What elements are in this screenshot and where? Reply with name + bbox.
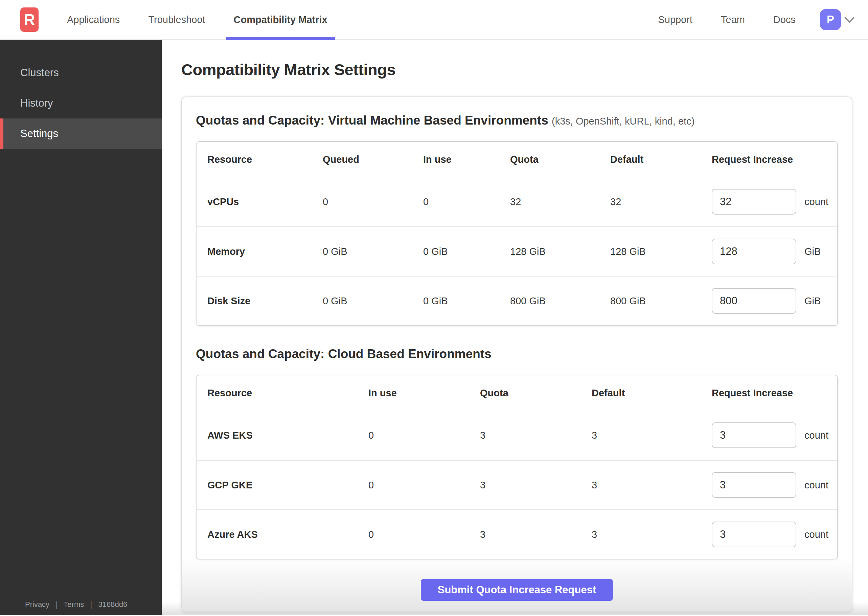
nav-item-applications[interactable]: Applications <box>67 0 120 39</box>
col-quota: Quota <box>480 388 592 399</box>
cloud-quota-table: Resource In use Quota Default Request In… <box>196 375 838 559</box>
unit-label: GiB <box>804 295 821 306</box>
col-resource: Resource <box>207 388 368 399</box>
cell-queued: 0 GiB <box>323 295 423 306</box>
col-queued: Queued <box>323 154 423 165</box>
col-quota: Quota <box>510 154 610 165</box>
nav-spacer <box>327 0 658 39</box>
section-subtitle-vm: (k3s, OpenShift, kURL, kind, etc) <box>552 116 694 127</box>
submit-quota-increase-button[interactable]: Submit Quota Increase Request <box>421 579 613 601</box>
unit-label: GiB <box>804 246 821 257</box>
nav-item-troubleshoot[interactable]: Troubleshoot <box>148 0 205 39</box>
cell-resource: vCPUs <box>207 196 323 207</box>
footer-divider: | <box>55 600 58 609</box>
footer-divider: | <box>90 600 92 609</box>
section-title-cloud-text: Quotas and Capacity: Cloud Based Environ… <box>196 347 492 361</box>
table-row: Azure AKS 0 3 3 count <box>197 509 837 559</box>
cell-default: 32 <box>610 196 712 207</box>
cell-default: 3 <box>592 479 712 491</box>
request-increase-input[interactable] <box>712 472 796 498</box>
build-version: 3168dd6 <box>98 600 127 609</box>
cell-quota: 128 GiB <box>510 246 610 257</box>
sidebar-item-history[interactable]: History <box>0 88 162 118</box>
section-title-vm: Quotas and Capacity: Virtual Machine Bas… <box>196 113 838 127</box>
nav-item-support[interactable]: Support <box>658 14 693 25</box>
cell-queued: 0 <box>323 196 423 207</box>
terms-link[interactable]: Terms <box>64 600 84 609</box>
main-content: Compatibility Matrix Settings Quotas and… <box>162 40 868 615</box>
nav-item-team[interactable]: Team <box>721 14 745 25</box>
cell-resource: GCP GKE <box>207 479 368 491</box>
cell-quota: 3 <box>480 479 592 491</box>
page-title: Compatibility Matrix Settings <box>181 60 868 79</box>
page-layout: Clusters History Settings Privacy | Term… <box>0 40 868 615</box>
nav-item-compatibility-matrix[interactable]: Compatibility Matrix <box>234 0 327 39</box>
logo-letter: R <box>24 11 35 29</box>
sidebar-item-settings[interactable]: Settings <box>0 118 162 149</box>
request-increase-input[interactable] <box>712 239 796 264</box>
cell-quota: 800 GiB <box>510 295 610 306</box>
cell-request-increase: GiB <box>712 239 837 264</box>
cell-quota: 32 <box>510 196 610 207</box>
cell-in-use: 0 <box>368 430 480 441</box>
cell-default: 128 GiB <box>610 246 712 257</box>
primary-nav: Applications Troubleshoot Compatibility … <box>67 0 327 39</box>
unit-label: count <box>804 430 829 441</box>
unit-label: count <box>804 479 829 491</box>
col-resource: Resource <box>207 154 323 165</box>
cell-quota: 3 <box>480 430 592 441</box>
col-default: Default <box>610 154 712 165</box>
user-menu[interactable]: P <box>820 9 853 30</box>
vm-table-body: vCPUs 0 0 32 32 count Memory 0 GiB 0 GiB… <box>197 177 837 325</box>
table-row: vCPUs 0 0 32 32 count <box>197 177 837 226</box>
cell-in-use: 0 GiB <box>423 295 510 306</box>
cloud-table-header: Resource In use Quota Default Request In… <box>197 376 837 410</box>
col-default: Default <box>592 388 712 399</box>
request-increase-input[interactable] <box>712 189 796 215</box>
col-request-increase: Request Increase <box>712 154 837 165</box>
col-request-increase: Request Increase <box>712 388 837 399</box>
privacy-link[interactable]: Privacy <box>25 600 49 609</box>
cell-default: 3 <box>592 529 712 540</box>
col-in-use: In use <box>368 388 480 399</box>
section-title-vm-text: Quotas and Capacity: Virtual Machine Bas… <box>196 113 548 127</box>
cell-request-increase: count <box>712 189 837 215</box>
sidebar-nav: Clusters History Settings <box>0 40 162 149</box>
cell-default: 3 <box>592 430 712 441</box>
sidebar-item-clusters[interactable]: Clusters <box>0 58 162 88</box>
request-increase-input[interactable] <box>712 522 796 547</box>
secondary-nav: Support Team Docs P <box>658 0 853 39</box>
cloud-table-body: AWS EKS 0 3 3 count GCP GKE 0 3 3 count … <box>197 410 837 559</box>
table-row: AWS EKS 0 3 3 count <box>197 410 837 460</box>
sidebar: Clusters History Settings Privacy | Term… <box>0 40 162 615</box>
top-nav-bar: R Applications Troubleshoot Compatibilit… <box>0 0 868 40</box>
sidebar-footer: Privacy | Terms | 3168dd6 <box>25 600 127 609</box>
cell-request-increase: count <box>712 472 837 498</box>
replicated-logo[interactable]: R <box>20 8 39 32</box>
nav-item-docs[interactable]: Docs <box>773 14 796 25</box>
vm-quota-table: Resource Queued In use Quota Default Req… <box>196 141 838 326</box>
cell-in-use: 0 <box>423 196 510 207</box>
cell-request-increase: count <box>712 522 837 547</box>
request-increase-input[interactable] <box>712 423 796 448</box>
chevron-down-icon[interactable] <box>844 13 854 23</box>
col-in-use: In use <box>423 154 510 165</box>
unit-label: count <box>804 196 829 207</box>
cell-queued: 0 GiB <box>323 246 423 257</box>
cell-in-use: 0 <box>368 529 480 540</box>
cell-request-increase: count <box>712 423 837 448</box>
cell-quota: 3 <box>480 529 592 540</box>
cell-request-increase: GiB <box>712 288 837 314</box>
settings-card: Quotas and Capacity: Virtual Machine Bas… <box>181 96 852 611</box>
table-row: Disk Size 0 GiB 0 GiB 800 GiB 800 GiB Gi… <box>197 276 837 325</box>
request-increase-input[interactable] <box>712 288 796 314</box>
unit-label: count <box>804 529 829 540</box>
cell-resource: AWS EKS <box>207 430 368 441</box>
table-row: GCP GKE 0 3 3 count <box>197 460 837 509</box>
cell-in-use: 0 <box>368 479 480 491</box>
cell-default: 800 GiB <box>610 295 712 306</box>
table-row: Memory 0 GiB 0 GiB 128 GiB 128 GiB GiB <box>197 226 837 276</box>
vm-table-header: Resource Queued In use Quota Default Req… <box>197 142 837 177</box>
avatar[interactable]: P <box>820 9 841 30</box>
cell-resource: Memory <box>207 246 323 257</box>
